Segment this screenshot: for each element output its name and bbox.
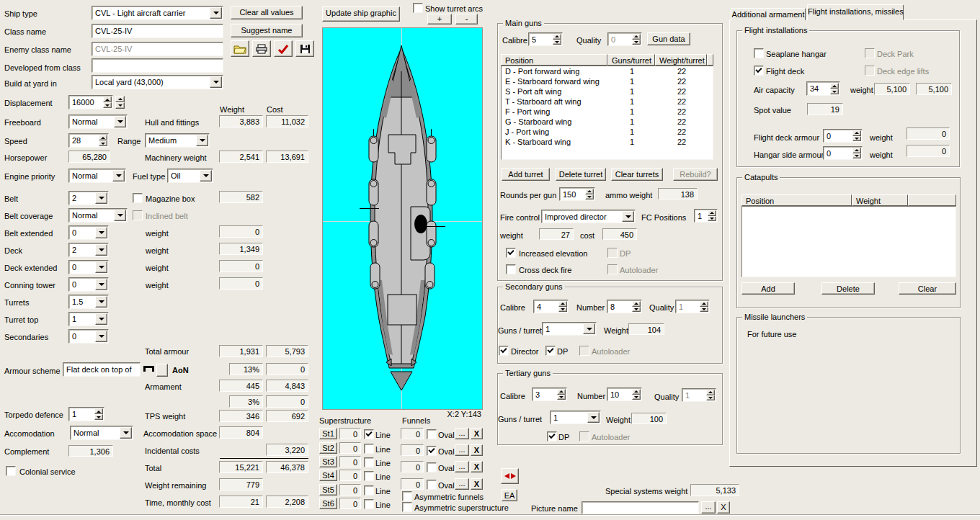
st4-line-checkbox[interactable] — [364, 471, 374, 481]
validate-button[interactable] — [274, 40, 293, 57]
st5-button[interactable]: St5 — [319, 484, 337, 496]
tab-flight-installations[interactable]: Flight installations, missiles — [807, 4, 904, 20]
spin-down-icon[interactable] — [706, 395, 715, 401]
funnel2-browse-button[interactable]: ... — [455, 444, 469, 456]
turret-row[interactable]: T - Starboard aft wing122 — [502, 97, 713, 107]
zoom-out-button[interactable]: - — [455, 14, 478, 24]
speed-stepper[interactable]: 28 — [68, 133, 109, 148]
ea-button[interactable]: EA — [502, 489, 517, 501]
turret-list[interactable]: D - Port forward wing122 E - Starboard f… — [501, 66, 713, 160]
st6-line-checkbox[interactable] — [364, 499, 374, 509]
chevron-down-icon[interactable] — [95, 227, 107, 238]
spin-down-icon[interactable] — [115, 102, 125, 109]
spin-up-icon[interactable] — [99, 135, 107, 140]
developed-from-input[interactable] — [92, 58, 223, 73]
chevron-down-icon[interactable] — [583, 323, 595, 334]
seaplane-hangar-checkbox[interactable] — [754, 48, 764, 58]
conning-tower-select[interactable]: 0 — [68, 277, 109, 292]
spin-down-icon[interactable] — [708, 216, 716, 222]
spin-down-icon[interactable] — [585, 194, 594, 200]
picture-clear-button[interactable]: X — [717, 501, 730, 514]
chevron-down-icon[interactable] — [210, 7, 222, 19]
clear-all-values-button[interactable]: Clear all values — [231, 6, 303, 19]
st2-button[interactable]: St2 — [319, 442, 337, 454]
funnel4-oval-checkbox[interactable] — [427, 480, 437, 490]
sec-calibre-stepper[interactable]: 4 — [533, 300, 569, 313]
spin-up-icon[interactable] — [708, 210, 716, 216]
spin-down-icon[interactable] — [700, 307, 708, 313]
catapult-delete-button[interactable]: Delete — [821, 282, 875, 295]
spin-up-icon[interactable] — [700, 301, 708, 307]
print-button[interactable] — [252, 40, 271, 57]
st6-button[interactable]: St6 — [319, 498, 337, 509]
belt-coverage-select[interactable]: Normal — [68, 208, 128, 223]
ship-graphic-canvas[interactable] — [322, 27, 483, 410]
torpedo-defence-stepper[interactable]: 1 — [68, 407, 104, 421]
spin-up-icon[interactable] — [632, 34, 641, 40]
sec-quality-stepper[interactable]: 1 — [675, 300, 710, 313]
turret-row[interactable]: K - Starboard wing122 — [502, 137, 713, 147]
chevron-down-icon[interactable] — [95, 244, 107, 256]
gun-data-button[interactable]: Gun data — [647, 32, 690, 45]
armour-scheme-button[interactable] — [156, 364, 168, 377]
main-quality-stepper[interactable]: 0 — [607, 32, 642, 46]
col-guns-header[interactable]: Guns/turret — [607, 54, 655, 66]
picture-name-input[interactable] — [582, 501, 699, 514]
freeboard-select[interactable]: Normal — [68, 115, 128, 129]
spin-down-icon[interactable] — [830, 89, 839, 94]
ter-number-stepper[interactable]: 10 — [607, 387, 642, 401]
chevron-down-icon[interactable] — [95, 192, 107, 204]
clear-turrets-button[interactable]: Clear turrets — [611, 168, 663, 181]
spin-down-icon[interactable] — [94, 414, 103, 420]
air-capacity-stepper[interactable]: 34 — [806, 81, 840, 96]
spin-up-icon[interactable] — [94, 408, 103, 414]
funnel4-delete-button[interactable]: X — [471, 478, 483, 490]
suggest-name-button[interactable]: Suggest name — [231, 24, 303, 37]
st3-line-checkbox[interactable] — [364, 457, 374, 467]
belt-select[interactable]: 2 — [68, 191, 109, 205]
hangar-armour-stepper[interactable]: 0 — [823, 146, 863, 160]
spin-up-icon[interactable] — [585, 189, 594, 194]
build-yard-select[interactable]: Local yard (43,000) — [92, 75, 223, 89]
spin-up-icon[interactable] — [706, 390, 715, 395]
fc-positions-stepper[interactable]: 1 — [694, 209, 718, 223]
funnel1-delete-button[interactable]: X — [471, 428, 483, 439]
rounds-per-gun-stepper[interactable]: 150 — [559, 187, 595, 201]
catapult-add-button[interactable]: Add — [741, 282, 795, 295]
sec-dp-checkbox[interactable] — [545, 346, 556, 356]
chevron-down-icon[interactable] — [210, 76, 222, 88]
accomodation-select[interactable]: Normal — [70, 426, 133, 440]
chevron-down-icon[interactable] — [95, 331, 107, 342]
main-calibre-stepper[interactable]: 5 — [528, 32, 563, 46]
funnel3-oval-checkbox[interactable] — [427, 462, 437, 472]
range-select[interactable]: Medium — [145, 133, 210, 148]
catapult-col-position[interactable]: Position — [741, 194, 852, 206]
picture-browse-button[interactable]: ... — [701, 501, 716, 514]
armour-scheme-input[interactable]: Flat deck on top of — [63, 362, 141, 377]
chevron-down-icon[interactable] — [196, 135, 208, 146]
spin-up-icon[interactable] — [115, 96, 125, 102]
st1-line-checkbox[interactable] — [364, 429, 374, 439]
turrets-select[interactable]: 1.5 — [68, 295, 109, 309]
belt-extended-select[interactable]: 0 — [68, 225, 109, 240]
displacement-fine-stepper[interactable] — [115, 96, 125, 109]
spin-down-icon[interactable] — [558, 307, 567, 313]
spin-up-icon[interactable] — [632, 301, 641, 307]
st5-line-checkbox[interactable] — [364, 485, 374, 496]
spin-down-icon[interactable] — [632, 395, 641, 400]
funnel3-delete-button[interactable]: X — [471, 461, 483, 472]
st2-line-checkbox[interactable] — [364, 444, 374, 454]
catapult-clear-button[interactable]: Clear — [899, 282, 956, 295]
chevron-down-icon[interactable] — [95, 296, 107, 308]
colonial-service-checkbox[interactable] — [6, 466, 16, 476]
spin-up-icon[interactable] — [632, 389, 641, 395]
chevron-down-icon[interactable] — [95, 279, 107, 290]
catapult-col-weight[interactable]: Weight — [852, 194, 908, 206]
magazine-box-checkbox[interactable] — [133, 193, 143, 203]
turret-row[interactable]: F - Port wing122 — [502, 107, 713, 117]
chevron-down-icon[interactable] — [622, 211, 634, 222]
spin-down-icon[interactable] — [852, 136, 861, 142]
spin-down-icon[interactable] — [553, 40, 561, 45]
chevron-down-icon[interactable] — [114, 210, 126, 221]
tab-additional-armament[interactable]: Additional armament — [731, 8, 806, 20]
